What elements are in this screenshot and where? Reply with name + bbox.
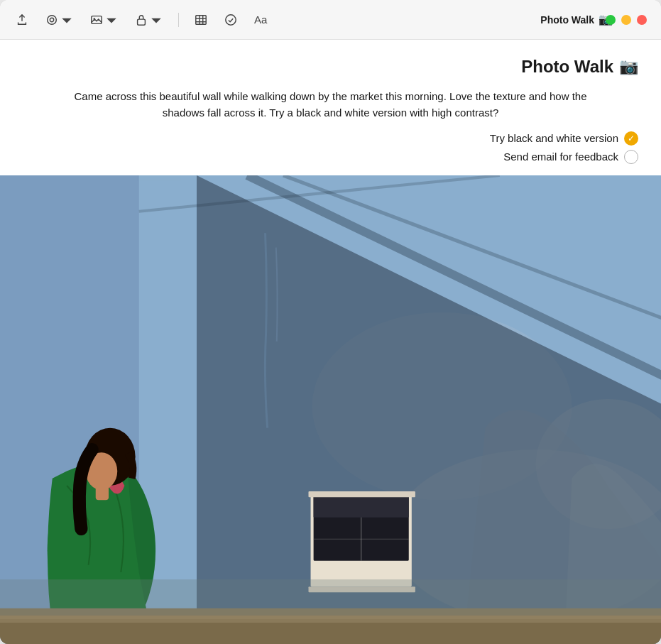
- svg-rect-5: [196, 15, 206, 24]
- table-button[interactable]: [190, 11, 212, 29]
- format-button[interactable]: Aa: [250, 11, 271, 28]
- photo-container: [0, 175, 661, 645]
- maximize-button[interactable]: [606, 15, 616, 25]
- checklist-item-label-1: Send email for feedback: [503, 151, 618, 163]
- minimize-button[interactable]: [621, 15, 631, 25]
- svg-rect-4: [138, 19, 146, 25]
- share-button[interactable]: [11, 11, 33, 29]
- app-window: Aa Photo Walk 📷 Photo Walk 📷 Came across…: [0, 0, 661, 644]
- note-header: Photo Walk 📷: [23, 57, 638, 77]
- titlebar: Aa Photo Walk 📷: [0, 0, 661, 40]
- image-button[interactable]: [86, 11, 122, 29]
- svg-rect-33: [0, 615, 661, 618]
- note-title: Photo Walk: [521, 57, 613, 77]
- checklist-button[interactable]: [220, 11, 241, 29]
- note-content: Photo Walk 📷 Came across this beautiful …: [0, 40, 661, 644]
- checklist-item-0[interactable]: Try black and white version ✓: [490, 131, 638, 146]
- checklist-item-1[interactable]: Send email for feedback: [503, 150, 638, 164]
- svg-point-0: [48, 15, 57, 24]
- separator: [178, 13, 179, 27]
- window-title: Photo Walk: [540, 14, 594, 26]
- svg-rect-34: [0, 579, 661, 616]
- svg-rect-20: [96, 485, 109, 499]
- checkbox-1[interactable]: [624, 150, 638, 164]
- titlebar-title-area: Photo Walk 📷: [540, 13, 613, 26]
- close-button[interactable]: [637, 15, 647, 25]
- media-button[interactable]: [41, 11, 77, 29]
- traffic-lights: [606, 15, 647, 25]
- photo-scene: [0, 175, 661, 645]
- svg-rect-2: [92, 16, 102, 23]
- note-title-icon: 📷: [619, 58, 638, 76]
- photo-svg: [0, 175, 661, 645]
- check-icon-0: ✓: [628, 134, 635, 143]
- svg-point-3: [94, 18, 96, 20]
- svg-point-10: [226, 14, 236, 24]
- lock-button[interactable]: [131, 11, 167, 29]
- checkbox-0[interactable]: ✓: [624, 131, 638, 146]
- checklist-item-label-0: Try black and white version: [490, 132, 618, 144]
- svg-rect-27: [309, 491, 415, 497]
- checklist: Try black and white version ✓ Send email…: [23, 131, 638, 164]
- toolbar: Aa: [11, 11, 271, 29]
- svg-point-1: [50, 18, 53, 21]
- svg-rect-23: [314, 496, 409, 517]
- format-label: Aa: [254, 13, 267, 26]
- svg-rect-32: [0, 623, 661, 644]
- note-body[interactable]: Came across this beautiful wall while wa…: [23, 88, 638, 121]
